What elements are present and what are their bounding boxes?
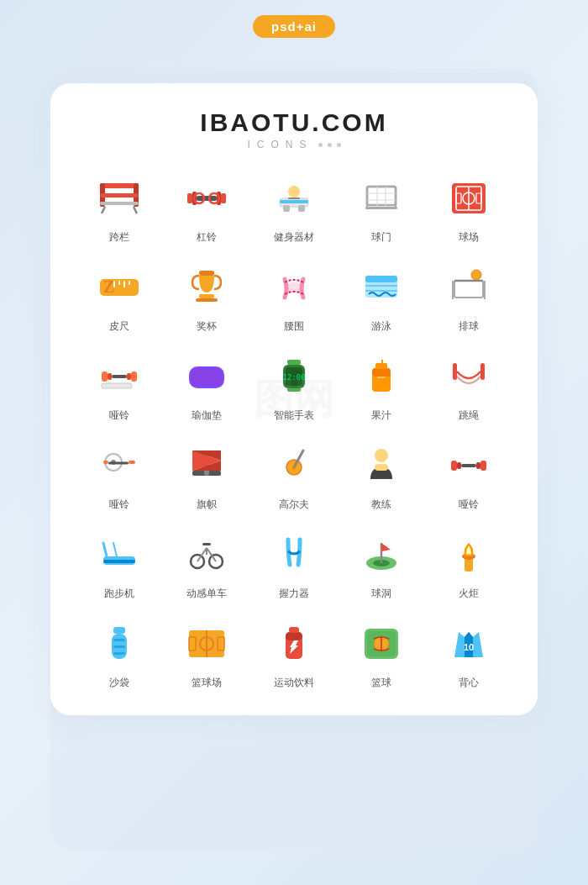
golf-label: 高尔夫 [279,498,309,512]
svg-rect-7 [187,193,192,203]
icon-item-sports-drink: 运动饮料 [250,616,338,690]
svg-line-97 [103,543,107,556]
svg-rect-111 [113,627,125,634]
icon-item-gym: 健身器材 [250,171,338,245]
basketball-icon [354,616,408,670]
svg-rect-55 [108,373,112,380]
icon-item-sandbag: 沙袋 [76,616,163,690]
icon-item-hole: 球洞 [338,527,425,601]
icon-item-yogamat: 瑜伽垫 [163,349,250,423]
bball-court-label: 篮球场 [192,676,222,690]
svg-rect-15 [280,200,308,203]
svg-rect-115 [113,652,125,655]
goal-label: 球门 [371,230,391,245]
svg-rect-90 [451,461,457,471]
icon-item-goal: 球门 [338,171,425,245]
svg-rect-20 [367,187,396,205]
svg-rect-122 [286,632,302,640]
svg-rect-37 [113,281,115,287]
jumprope-icon [442,349,496,403]
trophy-label: 奖杯 [197,319,217,334]
juice-label: 果汁 [371,408,391,423]
dumbbell2-icon [92,438,146,492]
icon-item-gripper: 握力器 [250,527,338,601]
svg-rect-59 [102,383,132,388]
svg-rect-19 [298,205,305,212]
icon-item-basketball: 篮球 [338,616,425,690]
juice-icon [354,349,408,403]
svg-line-5 [102,207,105,213]
svg-rect-40 [129,281,130,285]
svg-rect-49 [454,281,483,298]
subtitle: ICONS [76,139,512,150]
svg-rect-78 [108,462,129,465]
svg-rect-17 [288,198,300,199]
hurdle-icon [92,171,146,224]
bball-court-icon [180,616,234,670]
bike-label: 动感单车 [186,587,227,601]
svg-rect-11 [221,193,226,203]
sandbag-label: 沙袋 [109,676,129,690]
icon-item-treadmill: 跑步机 [76,527,163,601]
barbell-label: 杠铃 [197,230,217,245]
svg-rect-94 [480,461,486,471]
icon-item-dumbbell: 哑铃 [76,349,163,423]
smartwatch-label: 智能手表 [274,408,314,423]
svg-rect-42 [196,298,218,302]
bike-icon [180,527,234,581]
field-label: 球场 [459,230,479,245]
torch-label: 火炬 [459,587,479,601]
svg-rect-72 [453,363,457,380]
icon-item-jumprope: 跳绳 [425,349,512,423]
svg-marker-108 [381,543,391,551]
hole-icon [354,527,408,581]
svg-rect-58 [131,371,137,382]
svg-text:10: 10 [464,642,474,652]
svg-rect-3 [100,193,139,198]
svg-rect-28 [365,207,397,209]
sandbag-icon [92,616,146,670]
svg-point-16 [288,186,300,198]
svg-rect-9 [197,196,217,201]
svg-rect-104 [202,543,211,545]
icon-item-coach: 教练 [338,438,425,512]
torch-icon [442,527,496,581]
main-card: IBAOTU.COM ICONS 跨栏 杠铃 [50,83,538,715]
svg-rect-96 [103,560,135,563]
icon-item-swim: 游泳 [338,260,425,334]
icon-item-juice: 果汁 [338,349,425,423]
hurdle-label: 跨栏 [109,230,129,245]
svg-rect-4 [100,202,139,205]
yogamat-icon [180,349,234,403]
svg-rect-18 [283,205,290,212]
golf-icon [267,438,321,492]
svg-rect-61 [191,368,223,387]
svg-rect-71 [377,377,386,378]
waist-label: 腰围 [284,319,304,334]
icon-item-vest: 10 背心 [425,616,512,690]
svg-rect-114 [113,645,125,648]
gym-label: 健身器材 [274,230,314,245]
icon-item-waist: 腰围 [250,260,338,334]
vest-icon: 10 [442,616,496,670]
svg-rect-57 [127,373,131,380]
treadmill-label: 跑步机 [104,587,134,601]
svg-rect-46 [365,276,397,282]
icon-item-smartwatch: 12:00 智能手表 [250,349,338,423]
icon-item-bball-court: 篮球场 [163,616,250,690]
svg-rect-77 [129,461,135,464]
svg-rect-92 [461,464,476,467]
ruler-icon: Z [92,260,146,313]
yogamat-label: 瑜伽垫 [192,408,222,423]
smartwatch-icon: 12:00 [267,349,321,403]
svg-rect-113 [113,639,125,641]
sports-drink-label: 运动饮料 [274,676,314,690]
svg-text:12:00: 12:00 [282,373,305,382]
top-badge: psd+ai [253,15,335,38]
svg-rect-0 [100,183,139,188]
flag-icon [180,438,234,492]
svg-rect-76 [103,461,108,464]
svg-point-87 [292,466,296,469]
svg-rect-69 [375,363,387,369]
ruler-label: 皮尺 [109,319,129,334]
